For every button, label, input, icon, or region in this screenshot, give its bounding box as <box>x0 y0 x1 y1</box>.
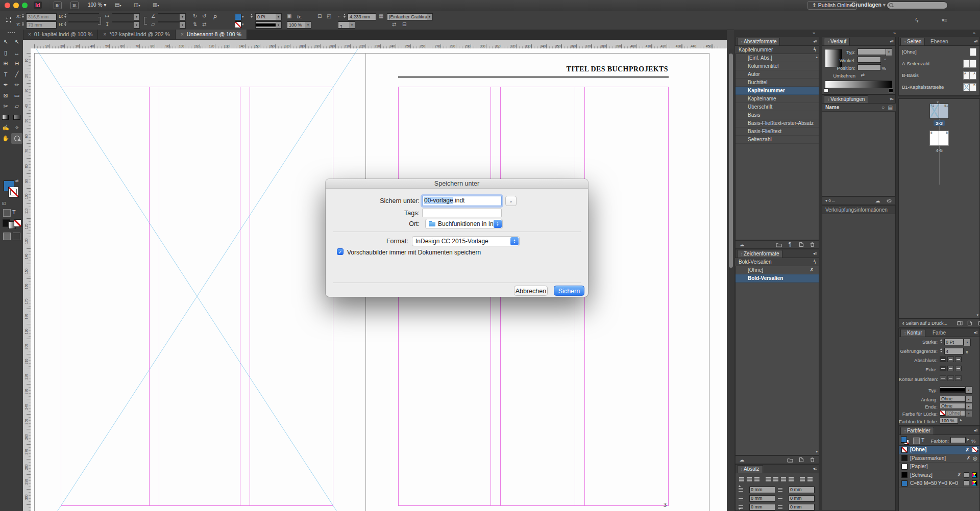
x-field[interactable]: 316,5 mm <box>26 13 57 20</box>
paragraph-style-row[interactable]: Seitenzahl <box>736 136 819 144</box>
save-button[interactable]: Sichern <box>554 286 584 296</box>
cc-libraries-icon[interactable]: ☁ <box>874 198 881 204</box>
align-right-button[interactable] <box>753 476 761 482</box>
arrange-documents-button[interactable]: ▥▾ <box>153 2 159 9</box>
workspace-switcher[interactable]: Grundlagen ▾ <box>851 2 886 8</box>
zoom-level-select[interactable]: 100 % ▾ <box>86 2 108 9</box>
page-tool[interactable]: ▯ <box>0 47 11 58</box>
round-join-button[interactable] <box>947 366 954 371</box>
panel-menu-icon[interactable]: ▾≡ <box>890 39 893 44</box>
close-tab-icon[interactable]: × <box>103 32 106 37</box>
panel-menu-icon[interactable]: ▾≡ <box>974 428 977 433</box>
stroke-color-swatch[interactable] <box>235 21 241 28</box>
close-tab-icon[interactable]: × <box>181 32 184 37</box>
reference-point-proxy[interactable] <box>5 16 13 24</box>
formatting-affects-container-button[interactable] <box>913 438 920 444</box>
panel-menu-icon[interactable]: ▾≡ <box>974 39 977 44</box>
weight-field[interactable]: 0 Pt <box>944 339 964 345</box>
document-tab[interactable]: ×Unbenannt-8 @ 100 % <box>176 30 247 39</box>
search-input[interactable] <box>887 2 948 9</box>
fill-color-swatch[interactable] <box>235 14 241 20</box>
panel-menu-icon[interactable]: ▾≡ <box>813 39 817 44</box>
rotation-angle-dropdown[interactable]: ▾ <box>180 13 186 20</box>
ruler-origin[interactable] <box>23 40 31 49</box>
y-stepper[interactable] <box>21 21 25 27</box>
paragraph-style-row[interactable]: [Einf. Abs.] <box>736 54 819 62</box>
tab-seiten[interactable]: ↕Seiten <box>900 38 925 45</box>
document-scrollbar[interactable] <box>727 48 734 511</box>
edit-page-size-icon[interactable] <box>957 320 963 326</box>
stroke-style-dropdown[interactable]: ▾ <box>276 21 282 29</box>
indent-field[interactable]: 0 mm <box>789 495 815 502</box>
fill-flyout-icon[interactable]: ▾ <box>242 14 244 20</box>
width-stepper[interactable] <box>64 13 67 19</box>
relink-icon[interactable] <box>886 198 892 204</box>
character-style-row[interactable]: ✗[Ohne] <box>736 266 819 274</box>
gradient-stop-start[interactable] <box>824 88 828 93</box>
scroll-up-icon[interactable]: ▴ <box>816 55 818 59</box>
gradient-position-field[interactable] <box>857 64 881 70</box>
indent-stepper[interactable] <box>784 487 788 493</box>
scroll-down-icon[interactable]: ▾ <box>816 450 818 454</box>
scroll-down-icon[interactable]: ▾ <box>976 313 978 317</box>
gradient-type-dropdown[interactable]: ▾ <box>886 48 892 56</box>
link-scale-icon[interactable] <box>144 17 147 24</box>
publish-online-button[interactable]: ↥ Publish Online <box>807 1 857 10</box>
gap-tint-field[interactable]: 100 % <box>940 418 958 424</box>
stroke-weight-stepper[interactable] <box>250 13 254 19</box>
tab-verknuepfungen[interactable]: ↕Verknüpfungen <box>824 95 868 103</box>
bevel-join-button[interactable] <box>955 366 962 371</box>
swatch-row[interactable]: [Passermarken] ✗ ◎ <box>899 454 979 463</box>
apply-none-button[interactable] <box>14 219 21 227</box>
paragraph-style-row[interactable]: Basis-Fließtext-erster-Absatz <box>736 119 819 127</box>
default-fill-stroke-icon[interactable]: ◱ <box>2 201 6 206</box>
pen-tool[interactable]: ✒ <box>0 80 11 90</box>
tab-absatz[interactable]: ↕Absatz <box>737 465 763 473</box>
align-inside-stroke-button[interactable] <box>947 375 954 381</box>
filter-icon[interactable]: ○ <box>881 104 885 112</box>
align-center-button[interactable] <box>746 476 753 482</box>
wrap-icon[interactable]: ◰ <box>327 13 331 19</box>
color-theme-tool[interactable]: ✧ <box>11 122 22 133</box>
miter-stepper[interactable] <box>940 347 943 353</box>
delete-page-icon[interactable] <box>977 320 980 326</box>
collapse-panels-icon[interactable]: » <box>813 31 814 36</box>
character-style-row[interactable]: Bold-Versalien <box>736 274 819 283</box>
justify-all-button[interactable] <box>788 476 795 482</box>
effects-label[interactable]: fx. <box>297 14 302 19</box>
preview-images-checkbox[interactable]: ✓ <box>337 248 344 255</box>
stroke-swatch[interactable] <box>8 187 19 197</box>
paragraph-style-row[interactable]: Basis-Fließtext <box>736 127 819 136</box>
preview-mode-button[interactable] <box>13 233 20 240</box>
page-column-icon[interactable]: ▤ <box>888 104 893 112</box>
new-page-icon[interactable] <box>967 320 972 326</box>
paragraph-style-row[interactable]: Basis <box>736 111 819 119</box>
width-field[interactable] <box>68 13 99 14</box>
paragraph-style-row[interactable]: Autor <box>736 70 819 79</box>
formatting-affects-container-button[interactable] <box>3 209 11 217</box>
projecting-cap-button[interactable] <box>955 356 962 362</box>
indent-field[interactable]: 0 mm <box>749 487 775 493</box>
gradient-stop-end[interactable] <box>889 88 893 93</box>
direct-selection-tool[interactable]: ↖ <box>11 37 22 47</box>
indent-stepper[interactable] <box>745 487 748 493</box>
indent-field[interactable]: 0 mm <box>749 495 775 502</box>
swatch-row[interactable]: [Schwarz] ✗ <box>899 471 979 480</box>
swatch-row[interactable]: [Papier] <box>899 463 979 471</box>
height-stepper[interactable] <box>64 21 67 27</box>
content-placer-tool[interactable]: ⊟ <box>11 58 22 69</box>
maximize-window-button[interactable] <box>22 3 28 8</box>
stroke-weight-dropdown[interactable]: ▾ <box>276 13 282 20</box>
corner-style-dropdown[interactable]: ▾ <box>349 21 355 29</box>
corner-radius-stepper[interactable] <box>343 13 347 19</box>
document-tab[interactable]: ×01-kapitel.indd @ 100 % <box>23 30 98 39</box>
indent-stepper[interactable] <box>784 496 788 502</box>
style-group-folder-icon[interactable] <box>775 242 782 248</box>
flip-horizontal-button[interactable]: ⇄ <box>202 21 206 28</box>
opacity-dropdown[interactable]: ▾ <box>305 21 311 29</box>
gap-color-field[interactable]: [Ohne] <box>946 410 965 416</box>
constrain-proportions-icon[interactable] <box>98 17 101 24</box>
panel-menu-icon[interactable]: ▾≡ <box>890 97 893 101</box>
frame-tool[interactable]: ⊠ <box>0 90 11 101</box>
rotate-cw-button[interactable]: ↻ <box>193 13 197 19</box>
